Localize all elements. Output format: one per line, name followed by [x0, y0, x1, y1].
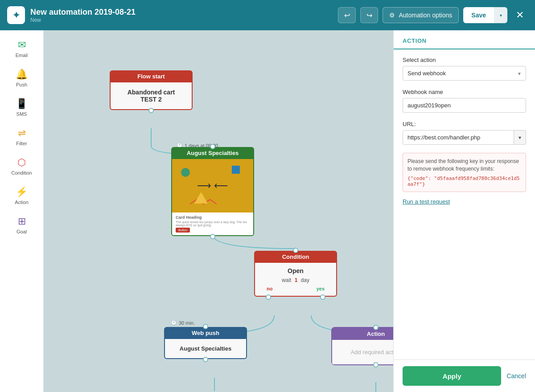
sms-icon: 📱 — [16, 98, 28, 110]
sidebar-item-label-goal: Goal — [16, 229, 27, 234]
webhook-name-input[interactable] — [403, 98, 526, 113]
flow-start-line1: Abandoned cart — [117, 89, 185, 96]
condition-no-label: no — [267, 286, 272, 291]
condition-icon: ⬡ — [17, 157, 26, 168]
email-card-text: Card Heading The quick brown fox jumps o… — [172, 212, 253, 235]
condition-connector-top — [293, 248, 298, 253]
sidebar-item-label-email: Email — [16, 53, 28, 58]
cancel-button[interactable]: Cancel — [506, 372, 526, 380]
card-button[interactable]: Button — [176, 228, 190, 233]
webpush-connector-bottom — [203, 357, 208, 362]
action-node[interactable]: ✕ Action Add required action — [331, 327, 393, 365]
select-action-field[interactable]: Send webhook Send email Add tag Remove t… — [403, 66, 526, 81]
condition-wait: wait 1 day — [259, 277, 332, 283]
sidebar-item-email[interactable]: ✉ Email — [2, 35, 42, 62]
shape-square — [232, 166, 240, 174]
header: ✦ New automation 2019-08-21 New ↩ ↪ ⚙ Au… — [0, 0, 535, 30]
panel-body: Select action Send webhook Send email Ad… — [394, 49, 535, 359]
action-header: Action — [332, 328, 393, 340]
apply-button[interactable]: Apply — [403, 366, 501, 386]
select-action-label: Select action — [403, 57, 526, 63]
header-actions: ↩ ↪ ⚙ Automation options Save ▾ ✕ — [338, 7, 528, 23]
filter-icon: ⇌ — [18, 127, 26, 139]
condition-body: Open wait 1 day no yes — [254, 263, 337, 297]
sidebar-item-sms[interactable]: 📱 SMS — [2, 94, 42, 121]
url-dropdown-button[interactable]: ▾ — [514, 130, 526, 145]
run-test-link[interactable]: Run a test request — [403, 198, 450, 205]
sidebar: ✉ Email 🔔 Push 📱 SMS ⇌ Filter ⬡ Conditio… — [0, 30, 44, 392]
email-icon: ✉ — [18, 39, 26, 51]
flow-start-line2: TEST 2 — [117, 96, 185, 103]
close-button[interactable]: ✕ — [512, 7, 528, 23]
webpush-connector-top — [203, 324, 208, 329]
sidebar-item-label-filter: Filter — [16, 141, 27, 146]
email-preview: ⟶ ⟵ Card Heading The quick brown fox jum… — [171, 159, 254, 236]
card-heading: Card Heading — [176, 215, 250, 220]
save-group: Save ▾ — [463, 7, 507, 23]
panel-title: ACTION — [403, 37, 526, 44]
close-icon: ✕ — [516, 9, 524, 21]
redo-icon: ↪ — [366, 11, 372, 20]
sidebar-item-action[interactable]: ⚡ Action — [2, 182, 42, 209]
logo-symbol: ✦ — [12, 10, 20, 20]
select-action-wrapper[interactable]: Send webhook Send email Add tag Remove t… — [403, 66, 526, 81]
sidebar-item-condition[interactable]: ⬡ Condition — [2, 152, 42, 180]
chevron-down-icon: ▾ — [500, 13, 502, 18]
code-box: Please send the following key in your re… — [403, 153, 526, 192]
code-box-code: {"code": "d5faaafd958fad780c36d34ce1d5aa… — [407, 176, 521, 187]
url-label: URL: — [403, 121, 526, 127]
card-body: The quick brown fox jumps over a lazy do… — [176, 220, 250, 227]
webpush-body: August Specialties — [164, 339, 247, 359]
select-action-group: Select action Send webhook Send email Ad… — [403, 57, 526, 81]
gear-icon: ⚙ — [389, 12, 395, 19]
sidebar-item-push[interactable]: 🔔 Push — [2, 64, 42, 92]
clock-icon-2: 🕐 — [171, 320, 177, 326]
sidebar-item-goal[interactable]: ⊞ Goal — [2, 211, 42, 239]
header-title-group: New automation 2019-08-21 New — [30, 8, 333, 23]
webhook-name-label: Webhook name — [403, 89, 526, 95]
automation-canvas[interactable]: Flow start Abandoned cart TEST 2 🕐 1 day… — [44, 30, 393, 392]
sidebar-item-label-condition: Condition — [11, 170, 32, 176]
undo-button[interactable]: ↩ — [338, 7, 356, 23]
sidebar-item-label-sms: SMS — [16, 111, 27, 117]
panel-footer: Apply Cancel — [394, 359, 535, 392]
time-label-2: 🕐 30 min. — [171, 320, 195, 326]
flow-start-connector-bottom — [148, 108, 154, 113]
email-preview-inner: ⟶ ⟵ — [172, 159, 253, 212]
condition-labels: no yes — [259, 286, 332, 291]
sidebar-item-label-action: Action — [15, 200, 29, 205]
condition-connector-yes — [320, 294, 325, 300]
action-connector-top — [373, 325, 379, 330]
save-button[interactable]: Save — [463, 7, 494, 23]
webhook-name-group: Webhook name — [403, 89, 526, 113]
url-group: URL: ▾ — [403, 121, 526, 145]
email-node[interactable]: August Specialties ⟶ ⟵ — [171, 147, 254, 236]
email-connector-bottom — [210, 234, 215, 239]
sidebar-item-label-push: Push — [16, 82, 27, 87]
condition-open: Open — [259, 267, 332, 274]
condition-connector-no — [266, 294, 271, 300]
automation-subtitle: New — [30, 17, 333, 23]
action-icon: ⚡ — [16, 186, 28, 198]
automation-options-button[interactable]: ⚙ Automation options — [383, 7, 459, 23]
email-connector-top — [210, 144, 215, 149]
condition-yes-label: yes — [317, 286, 325, 291]
condition-node[interactable]: Condition Open wait 1 day no yes — [254, 251, 337, 297]
flow-start-node[interactable]: Flow start Abandoned cart TEST 2 — [110, 70, 193, 110]
action-placeholder: Add required action — [351, 349, 393, 355]
url-input[interactable] — [403, 130, 514, 145]
app-logo: ✦ — [7, 6, 25, 24]
action-body: Add required action — [332, 340, 393, 364]
panel-header: ACTION — [394, 30, 535, 49]
webpush-node[interactable]: Web push August Specialties — [164, 327, 247, 359]
flow-start-body: Abandoned cart TEST 2 — [110, 82, 193, 110]
undo-icon: ↩ — [344, 11, 350, 20]
automation-options-label: Automation options — [399, 12, 452, 19]
email-preview-shapes: ⟶ ⟵ — [172, 159, 253, 212]
goal-icon: ⊞ — [18, 216, 26, 227]
save-dropdown-button[interactable]: ▾ — [494, 7, 507, 23]
redo-button[interactable]: ↪ — [360, 7, 378, 23]
url-input-group: ▾ — [403, 130, 526, 145]
sidebar-item-filter[interactable]: ⇌ Filter — [2, 123, 42, 151]
main-layout: ✉ Email 🔔 Push 📱 SMS ⇌ Filter ⬡ Conditio… — [0, 30, 535, 392]
